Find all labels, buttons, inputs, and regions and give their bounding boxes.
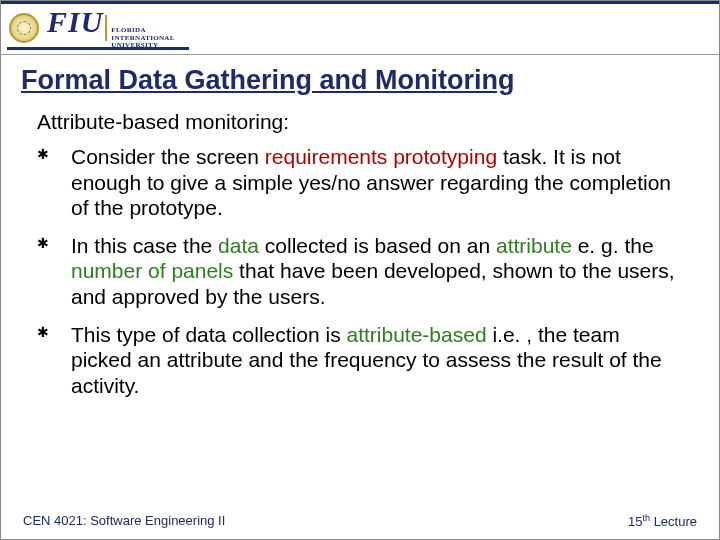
lead-text: Attribute-based monitoring:	[37, 110, 683, 134]
header-bar: FIU FLORIDA INTERNATIONAL UNIVERSITY	[1, 1, 719, 55]
logo-main-text: FIU	[47, 5, 103, 39]
bullet-list: Consider the screen requirements prototy…	[37, 144, 683, 398]
footer: CEN 4021: Software Engineering II 15th L…	[1, 513, 719, 529]
title-area: Formal Data Gathering and Monitoring	[1, 55, 719, 102]
highlight-text: data	[218, 234, 259, 257]
logo-subtext: FLORIDA INTERNATIONAL UNIVERSITY	[111, 27, 174, 49]
bullet-item: Consider the screen requirements prototy…	[37, 144, 683, 221]
logo-sub-line3: UNIVERSITY	[111, 42, 174, 49]
footer-left: CEN 4021: Software Engineering II	[23, 513, 225, 529]
highlight-text: attribute	[496, 234, 572, 257]
highlight-text: attribute-based	[346, 323, 486, 346]
footer-lecture-num: 15	[628, 514, 642, 529]
highlight-text: requirements prototyping	[265, 145, 497, 168]
body-text: collected is based on an	[259, 234, 496, 257]
footer-right: 15th Lecture	[628, 513, 697, 529]
footer-lecture-word: Lecture	[650, 514, 697, 529]
header-inner: FIU FLORIDA INTERNATIONAL UNIVERSITY	[7, 8, 189, 50]
body-text: This type of data collection is	[71, 323, 346, 346]
bullet-item: In this case the data collected is based…	[37, 233, 683, 310]
fiu-logo: FIU FLORIDA INTERNATIONAL UNIVERSITY	[47, 5, 175, 49]
slide-title: Formal Data Gathering and Monitoring	[21, 65, 515, 96]
university-seal-icon	[9, 13, 39, 43]
body-text: Consider the screen	[71, 145, 265, 168]
logo-divider	[105, 15, 107, 41]
bullet-item: This type of data collection is attribut…	[37, 322, 683, 399]
highlight-text: number of panels	[71, 259, 233, 282]
footer-ordinal: th	[643, 513, 651, 523]
slide: FIU FLORIDA INTERNATIONAL UNIVERSITY For…	[0, 0, 720, 540]
body-text: In this case the	[71, 234, 218, 257]
body-text: e. g. the	[572, 234, 654, 257]
slide-body: Attribute-based monitoring: Consider the…	[1, 102, 719, 539]
